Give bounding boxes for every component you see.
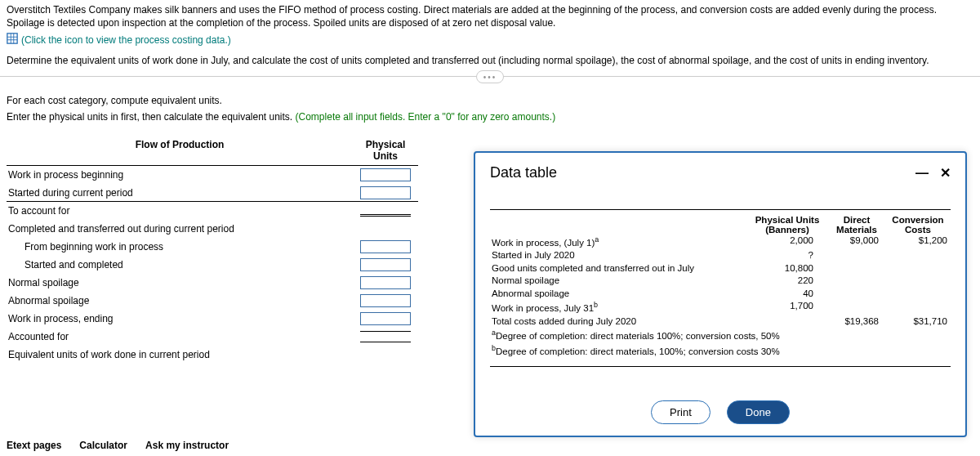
sum-accounted <box>360 331 411 342</box>
ws-label: Started and completed <box>7 259 353 270</box>
dt-h-dm-a: Direct <box>844 215 871 225</box>
dt-val: 40 <box>746 288 828 301</box>
dt-val: $31,710 <box>885 315 951 329</box>
section-instruction-2a: Enter the physical units in first, then … <box>7 111 296 123</box>
dt-sup: b <box>594 301 598 309</box>
table-icon[interactable] <box>7 33 18 47</box>
data-table: Physical Units Direct Conversion (Banner… <box>490 209 951 367</box>
ws-col-phys-a: Physical <box>353 139 418 150</box>
dt-label: Total costs added during July 2020 <box>490 315 746 329</box>
ws-label: Normal spoilage <box>7 277 353 288</box>
dt-val: 220 <box>746 275 828 288</box>
input-start-comp[interactable] <box>360 258 411 271</box>
ws-label: Started during current period <box>7 187 353 199</box>
dt-sup: a <box>595 235 599 244</box>
dt-val: $19,368 <box>828 315 885 329</box>
footnote-b: Degree of completion: direct materials, … <box>496 346 780 355</box>
svg-rect-0 <box>7 34 17 43</box>
dt-val: ? <box>746 249 828 262</box>
dt-label: Started in July 2020 <box>490 249 746 262</box>
print-button[interactable]: Print <box>651 400 710 424</box>
section-instruction-1: For each cost category, compute equivale… <box>0 80 980 110</box>
dt-label: Good units completed and transferred out… <box>490 262 746 275</box>
etext-pages-link[interactable]: Etext pages <box>7 440 61 451</box>
dt-val: 10,800 <box>746 262 828 275</box>
dt-val: 2,000 <box>746 235 828 249</box>
ws-label: Work in process, ending <box>7 313 353 324</box>
dt-label: Abnormal spoilage <box>490 288 746 301</box>
dt-label: Work in process, (July 1) <box>492 238 595 248</box>
ask-instructor-link[interactable]: Ask my instructor <box>145 440 229 451</box>
dt-label: Work in process, July 31 <box>492 303 594 313</box>
section-instruction-2b: (Complete all input fields. Enter a "0" … <box>296 111 556 123</box>
data-table-modal: Data table — ✕ Physical Units Direct Con… <box>474 151 967 437</box>
ws-label: From beginning work in process <box>7 241 353 253</box>
dt-h-pu-b: (Banners) <box>765 225 809 235</box>
divider: ••• <box>0 76 980 77</box>
ws-label: Completed and transferred out during cur… <box>7 223 353 235</box>
expand-dots[interactable]: ••• <box>476 70 504 83</box>
dt-h-cc-b: Costs <box>905 225 931 235</box>
ws-label: Equivalent units of work done in current… <box>7 349 353 360</box>
ws-label: Abnormal spoilage <box>7 295 353 306</box>
input-wip-beg[interactable] <box>360 168 411 181</box>
modal-title: Data table <box>490 164 557 181</box>
ws-col-phys-b: Units <box>353 150 418 162</box>
worksheet: Flow of Production Physical Units Work i… <box>0 131 425 364</box>
dt-val: 1,700 <box>746 300 828 315</box>
dt-val: $1,200 <box>885 235 951 249</box>
dt-h-cc-a: Conversion <box>892 215 943 225</box>
ws-col-flow: Flow of Production <box>7 139 353 162</box>
done-button[interactable]: Done <box>727 400 790 424</box>
close-icon[interactable]: ✕ <box>940 165 951 181</box>
input-abn[interactable] <box>360 294 411 307</box>
dt-h-pu-a: Physical Units <box>755 215 820 225</box>
footnote-a: Degree of completion: direct materials 1… <box>496 331 780 341</box>
dt-label: Normal spoilage <box>490 275 746 288</box>
input-wip-end[interactable] <box>360 312 411 325</box>
ws-label: Work in process beginning <box>7 169 353 181</box>
ws-label: Accounted for <box>7 331 353 342</box>
problem-paragraph-1: Overstitch Textiles Company makes silk b… <box>0 0 980 31</box>
calculator-link[interactable]: Calculator <box>79 440 127 451</box>
ws-label: To account for <box>7 205 353 217</box>
view-data-link[interactable]: (Click the icon to view the process cost… <box>21 34 231 46</box>
input-started[interactable] <box>360 186 411 199</box>
dt-val: $9,000 <box>828 235 885 249</box>
dt-h-dm-b: Materials <box>836 225 877 235</box>
minimize-icon[interactable]: — <box>915 166 929 181</box>
input-from-beg[interactable] <box>360 240 411 253</box>
input-norm[interactable] <box>360 276 411 289</box>
sum-to-account <box>360 205 411 217</box>
